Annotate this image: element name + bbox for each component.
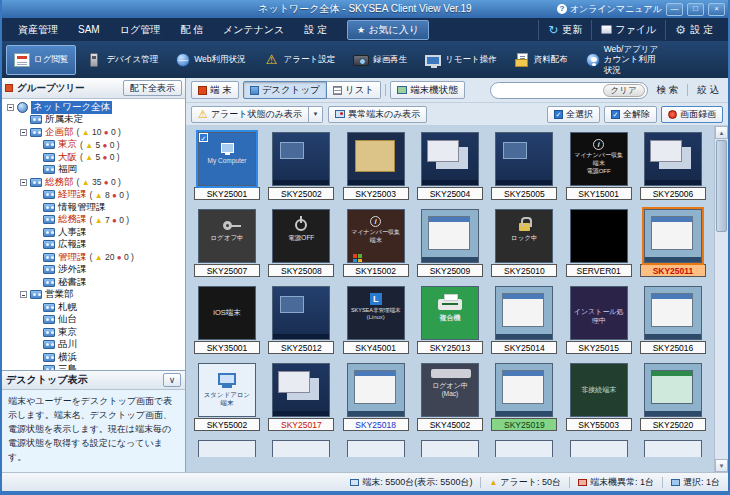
show-all-button[interactable]: 配下全表示	[123, 80, 182, 96]
tool-docs-button[interactable]: 資料配布	[507, 45, 576, 75]
terminal-tile-SKY25019[interactable]: SKY25019	[491, 363, 557, 431]
menu-gear-button[interactable]: 設 定	[665, 20, 722, 40]
tree-node-秘書課[interactable]: 秘書課	[4, 276, 185, 289]
terminal-tile-SKY25008[interactable]: 電源OFFSKY25008	[268, 209, 334, 277]
minimize-button[interactable]: —	[666, 3, 683, 16]
online-manual-link[interactable]: ? オンラインマニュアル	[557, 3, 662, 16]
terminal-status-button[interactable]: 端末機状態	[390, 81, 465, 99]
terminal-tile-partial[interactable]	[644, 440, 702, 457]
refine-button[interactable]: 絞 込	[693, 84, 723, 97]
terminal-tile-SKY25013[interactable]: 複合機SKY25013	[417, 286, 483, 354]
tree-node-広報課[interactable]: 広報課	[4, 239, 185, 252]
tree-node-東京[interactable]: 東京	[4, 326, 185, 339]
tool-record-button[interactable]: 録画再生	[345, 45, 415, 75]
terminal-tile-SKY25003[interactable]: SKY25003	[343, 132, 409, 200]
tool-web-button[interactable]: Web利用状況	[168, 45, 253, 75]
menu-item-5[interactable]: 設 定	[294, 19, 337, 41]
tree-node-ネットワーク全体[interactable]: ネットワーク全体	[4, 101, 185, 114]
terminal-tile-SKY25020[interactable]: SKY25020	[640, 363, 706, 431]
terminal-tile-SKY25009[interactable]: SKY25009	[417, 209, 483, 277]
terminal-tile-SKY25016[interactable]: SKY25016	[640, 286, 706, 354]
terminal-tile-SKY55002[interactable]: スタンドアロン端末SKY55002	[194, 363, 260, 431]
vertical-scrollbar[interactable]: ▲ ▼	[714, 126, 728, 472]
expander-icon[interactable]	[7, 104, 14, 111]
terminal-tile-SKY25017[interactable]: SKY25017	[268, 363, 334, 431]
screen-record-button[interactable]: 画面録画	[661, 106, 723, 123]
tree-node-品川[interactable]: 品川	[4, 339, 185, 352]
menu-refresh-button[interactable]: 更新	[538, 20, 591, 40]
terminal-tile-SKY25012[interactable]: SKY25012	[268, 286, 334, 354]
terminal-tile-SKY25007[interactable]: ログオフ中SKY25007	[194, 209, 260, 277]
tree-node-大阪[interactable]: 大阪( ▲ 5 ● 0 )	[4, 151, 185, 164]
expander-icon[interactable]	[20, 129, 27, 136]
terminal-tile-partial[interactable]	[272, 440, 330, 457]
tree-node-営業部[interactable]: 営業部	[4, 289, 185, 302]
tree-node-福岡[interactable]: 福岡	[4, 164, 185, 177]
select-all-button[interactable]: ✓ 全選択	[547, 106, 600, 123]
terminal-tile-SERVER01[interactable]: SERVER01	[566, 209, 632, 277]
expander-icon[interactable]	[20, 179, 27, 186]
terminal-tile-partial[interactable]	[421, 440, 479, 457]
tree-node-渉外課[interactable]: 渉外課	[4, 264, 185, 277]
tree-node-総務課[interactable]: 総務課( ▲ 7 ● 0 )	[4, 214, 185, 227]
menu-file-button[interactable]: ファイル	[591, 20, 665, 40]
clear-button[interactable]: クリア	[603, 84, 645, 97]
tool-device-button[interactable]: デバイス管理	[78, 45, 166, 75]
terminal-tile-SKY25006[interactable]: SKY25006	[640, 132, 706, 200]
terminal-tile-SKY25015[interactable]: インストール処理中SKY25015	[566, 286, 632, 354]
tree-node-情報管理課[interactable]: 情報管理課	[4, 201, 185, 214]
tree-node-札幌[interactable]: 札幌	[4, 301, 185, 314]
menu-item-0[interactable]: 資産管理	[8, 19, 68, 41]
list-view-button[interactable]: リスト	[327, 81, 381, 99]
expander-icon[interactable]	[20, 291, 27, 298]
chevron-down-button[interactable]: ∨	[163, 373, 181, 387]
terminal-tile-SKY25014[interactable]: SKY25014	[491, 286, 557, 354]
tool-webapp-button[interactable]: Web/アプリアカウント利用状況	[578, 45, 670, 75]
tree-node-仙台[interactable]: 仙台	[4, 314, 185, 327]
menu-item-3[interactable]: 配 信	[170, 19, 213, 41]
tree-node-東京[interactable]: 東京( ▲ 5 ● 0 )	[4, 139, 185, 152]
terminal-tile-SKY25018[interactable]: SKY25018	[343, 363, 409, 431]
terminal-button[interactable]: 端 末	[191, 81, 239, 99]
desktop-view-button[interactable]: デスクトップ	[243, 81, 327, 99]
terminal-tile-partial[interactable]	[198, 440, 256, 457]
alert-only-button[interactable]: ⚠ アラート状態のみ表示	[191, 106, 309, 123]
terminal-tile-SKY25011[interactable]: SKY25011	[640, 209, 706, 277]
scroll-down-button[interactable]: ▼	[715, 459, 728, 472]
terminal-tile-SKY25005[interactable]: SKY25005	[491, 132, 557, 200]
tree-node-経理課[interactable]: 経理課( ▲ 8 ● 0 )	[4, 189, 185, 202]
tree-node-企画部[interactable]: 企画部( ▲ 10 ● 0 )	[4, 126, 185, 139]
deselect-all-button[interactable]: ✓ 全解除	[604, 106, 657, 123]
abnormal-only-button[interactable]: 異常端末のみ表示	[328, 106, 427, 123]
search-button[interactable]: 検 索	[653, 84, 683, 97]
menu-item-2[interactable]: ログ管理	[110, 19, 170, 41]
maximize-button[interactable]: □	[687, 3, 704, 16]
tree-node-総務部[interactable]: 総務部( ▲ 35 ● 0 )	[4, 176, 185, 189]
tree-node-人事課[interactable]: 人事課	[4, 226, 185, 239]
terminal-tile-SKY15001[interactable]: マイナンバー収集端末電源OFFSKY15001	[566, 132, 632, 200]
selected-checkbox[interactable]: ✓	[199, 133, 208, 142]
terminal-tile-partial[interactable]	[495, 440, 553, 457]
terminal-tile-SKY25001[interactable]: My Computer✓SKY25001	[194, 132, 260, 200]
terminal-tile-SKY25010[interactable]: ロック中SKY25010	[491, 209, 557, 277]
tool-alert-button[interactable]: アラート設定	[256, 45, 344, 75]
menu-item-4[interactable]: メンテナンス	[213, 19, 294, 41]
tool-log-button[interactable]: ログ閲覧	[6, 45, 76, 75]
alert-only-dropdown[interactable]: ▼	[309, 106, 323, 123]
scrollbar-thumb[interactable]	[716, 140, 727, 232]
terminal-tile-SKY35001[interactable]: iOS端末SKY35001	[194, 286, 260, 354]
tree-node-横浜[interactable]: 横浜	[4, 351, 185, 364]
tree-node-管理課[interactable]: 管理課( ▲ 20 ● 0 )	[4, 251, 185, 264]
terminal-tile-SKY45002[interactable]: ログオン中(Mac)SKY45002	[417, 363, 483, 431]
terminal-tile-SKY25004[interactable]: SKY25004	[417, 132, 483, 200]
terminal-tile-partial[interactable]	[347, 440, 405, 457]
menu-item-1[interactable]: SAM	[68, 20, 110, 39]
tree-node-所属未定[interactable]: 所属未定	[4, 114, 185, 127]
terminal-tile-SKY55003[interactable]: 非接続端末SKY55003	[566, 363, 632, 431]
terminal-tile-SKY45001[interactable]: SKYSEA非管理端末(Linux)SKY45001	[343, 286, 409, 354]
scroll-up-button[interactable]: ▲	[715, 126, 728, 139]
search-input[interactable]	[493, 85, 603, 95]
terminal-tile-partial[interactable]	[570, 440, 628, 457]
close-button[interactable]: ×	[708, 3, 725, 16]
terminal-tile-SKY25002[interactable]: SKY25002	[268, 132, 334, 200]
